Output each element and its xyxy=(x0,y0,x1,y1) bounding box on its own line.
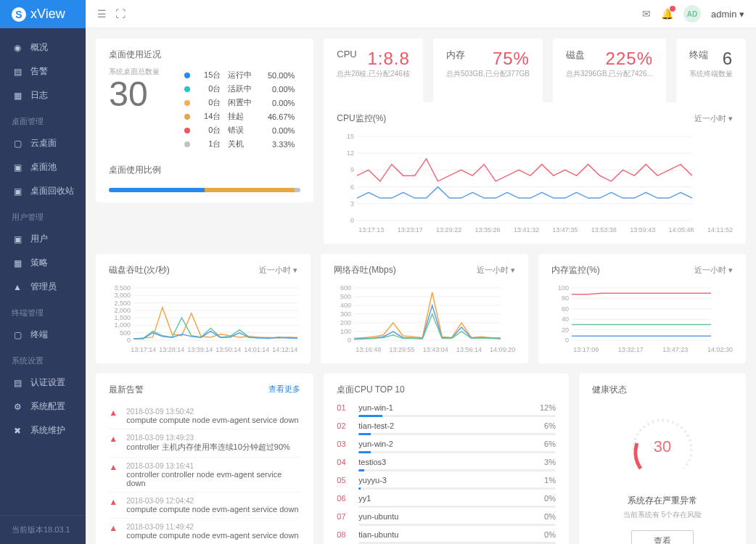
svg-text:400: 400 xyxy=(340,302,351,309)
alert-item[interactable]: ▲2018-03-09 13:50:42compute compute node… xyxy=(109,403,300,429)
section-system: 系统设置 xyxy=(0,347,86,371)
top-item[interactable]: 02tian-test-26% xyxy=(337,421,556,430)
nav-admin[interactable]: ▲管理员 xyxy=(0,275,86,299)
svg-text:100: 100 xyxy=(340,328,351,335)
admin-icon: ▲ xyxy=(12,282,23,292)
brand-name: xView xyxy=(30,7,65,22)
svg-text:20: 20 xyxy=(562,326,569,334)
svg-text:3,500: 3,500 xyxy=(115,284,131,292)
disk-card: 磁盘吞吐(次/秒) 近一小时 ▾ 3,5003,0002,5002,0001,5… xyxy=(96,254,311,363)
top-item[interactable]: 07yun-ubuntu0% xyxy=(337,512,556,521)
avatar[interactable]: AD xyxy=(683,5,701,22)
nav-cloud-desktop[interactable]: ▢云桌面 xyxy=(0,131,86,155)
svg-text:100: 100 xyxy=(558,284,569,292)
svg-text:12: 12 xyxy=(347,149,354,157)
wrench-icon: ✖ xyxy=(12,426,23,436)
top-item[interactable]: 04testios33% xyxy=(337,458,556,466)
status-dot xyxy=(184,141,190,147)
mail-icon[interactable]: ✉ xyxy=(642,8,651,20)
svg-text:6: 6 xyxy=(350,184,354,191)
alerts-more-link[interactable]: 查看更多 xyxy=(268,384,300,396)
menu-toggle-icon[interactable]: ☰ xyxy=(97,8,107,20)
svg-text:1,000: 1,000 xyxy=(115,321,131,329)
health-view-button[interactable]: 查看 xyxy=(631,530,694,544)
svg-text:3: 3 xyxy=(350,200,354,207)
alerts-card: 最新告警 查看更多 ▲2018-03-09 13:50:42compute co… xyxy=(96,374,313,544)
nav-config[interactable]: ⚙系统配置 xyxy=(0,395,86,419)
sidebar-nav: ◉概况 ▤告警 ▦日志 桌面管理 ▢云桌面 ▣桌面池 ▣桌面回收站 用户管理 ▣… xyxy=(0,28,86,515)
nav-log[interactable]: ▦日志 xyxy=(0,83,86,107)
nav-recycle[interactable]: ▣桌面回收站 xyxy=(0,179,86,203)
chart-icon: ▤ xyxy=(12,67,23,77)
warning-icon: ▲ xyxy=(109,434,119,453)
alert-item[interactable]: ▲2018-03-09 13:16:41controller controlle… xyxy=(109,458,300,493)
nav-overview[interactable]: ◉概况 xyxy=(0,36,86,59)
logo-icon: S xyxy=(12,7,26,22)
svg-text:15: 15 xyxy=(347,133,354,140)
logo[interactable]: S xView xyxy=(0,0,86,28)
top-card: 桌面CPU TOP 10 01yun-win-112%02tian-test-2… xyxy=(324,374,569,544)
net-time-select[interactable]: 近一小时 ▾ xyxy=(477,265,515,276)
svg-text:0: 0 xyxy=(565,337,569,344)
health-card: 健康状态 30 系统存在严重异常 当前系统有 5个存在风险 查看 xyxy=(579,374,746,544)
svg-text:9: 9 xyxy=(350,166,354,173)
status-dot xyxy=(184,128,190,133)
net-card: 网络吞吐(Mbps) 近一小时 ▾ 6005004003002001000 13… xyxy=(321,254,528,363)
usage-total: 30 xyxy=(109,77,171,112)
health-score: 30 xyxy=(654,437,671,456)
top-item[interactable]: 01yun-win-112% xyxy=(337,403,556,412)
usage-ratio-label: 桌面使用比例 xyxy=(109,164,300,176)
user-icon: ▣ xyxy=(12,234,23,244)
status-dot xyxy=(184,86,190,92)
top-item[interactable]: 06yy10% xyxy=(337,494,556,503)
alert-item[interactable]: ▲2018-03-09 12:04:42compute compute node… xyxy=(109,493,300,519)
terminal-icon: ▢ xyxy=(12,330,23,340)
alert-item[interactable]: ▲2018-03-09 11:49:42compute compute node… xyxy=(109,519,300,544)
nav-maintenance[interactable]: ✖系统维护 xyxy=(0,419,86,442)
top-item[interactable]: 08tian-ubuntu0% xyxy=(337,530,556,539)
nav-auth[interactable]: ▤认证设置 xyxy=(0,371,86,395)
folder-icon: ▣ xyxy=(12,162,23,173)
svg-text:60: 60 xyxy=(562,305,569,313)
disk-time-select[interactable]: 近一小时 ▾ xyxy=(259,265,297,276)
svg-text:200: 200 xyxy=(340,319,351,326)
svg-text:0: 0 xyxy=(127,337,131,344)
fullscreen-icon[interactable]: ⛶ xyxy=(115,8,126,20)
desktop-icon: ▢ xyxy=(12,139,23,149)
nav-user[interactable]: ▣用户 xyxy=(0,227,86,251)
cpu-chart: 15129630 xyxy=(337,131,692,226)
warning-icon: ▲ xyxy=(109,462,119,487)
section-user: 用户管理 xyxy=(0,203,86,227)
version-label: 当前版本18.03.1 xyxy=(0,515,86,544)
cpu-monitor-card: CPU监控(%) 近一小时 ▾ 15129630 13:17:1313:23:1… xyxy=(324,102,746,244)
nav-policy[interactable]: ▦策略 xyxy=(0,251,86,275)
svg-text:2,500: 2,500 xyxy=(115,300,131,307)
svg-text:3,000: 3,000 xyxy=(115,292,131,299)
nav-desktop-pool[interactable]: ▣桌面池 xyxy=(0,155,86,179)
user-menu[interactable]: admin ▾ xyxy=(711,9,744,20)
folder-icon: ▣ xyxy=(12,186,23,197)
usage-card: 桌面使用近况 系统桌面总数量 30 15台运行中50.00%0台活跃中0.00%… xyxy=(96,38,313,202)
nav-alarm[interactable]: ▤告警 xyxy=(0,59,86,83)
svg-text:500: 500 xyxy=(340,293,351,300)
svg-text:40: 40 xyxy=(562,316,569,323)
top-item[interactable]: 05yuyyu-31% xyxy=(337,476,556,485)
nav-terminal[interactable]: ▢终端 xyxy=(0,323,86,347)
doc-icon: ▤ xyxy=(12,378,23,388)
disk-chart: 3,5003,0002,5002,0001,5001,0005000 xyxy=(109,282,297,346)
svg-text:300: 300 xyxy=(340,310,351,318)
warning-icon: ▲ xyxy=(109,497,119,514)
status-dot xyxy=(184,73,190,78)
alert-item[interactable]: ▲2018-03-09 13:49:23controller 主机内存使用率连续… xyxy=(109,429,300,458)
mem-time-select[interactable]: 近一小时 ▾ xyxy=(694,265,733,276)
bell-icon[interactable]: 🔔 xyxy=(661,8,673,20)
svg-text:2,000: 2,000 xyxy=(115,307,131,314)
cpu-time-select[interactable]: 近一小时 ▾ xyxy=(694,113,733,124)
top-item[interactable]: 03yun-win-26% xyxy=(337,440,556,448)
section-terminal: 终端管理 xyxy=(0,299,86,323)
status-dot xyxy=(184,114,190,120)
net-chart: 6005004003002001000 xyxy=(334,282,501,346)
svg-text:0: 0 xyxy=(350,217,354,224)
section-desktop: 桌面管理 xyxy=(0,107,86,131)
status-dot xyxy=(184,100,190,106)
